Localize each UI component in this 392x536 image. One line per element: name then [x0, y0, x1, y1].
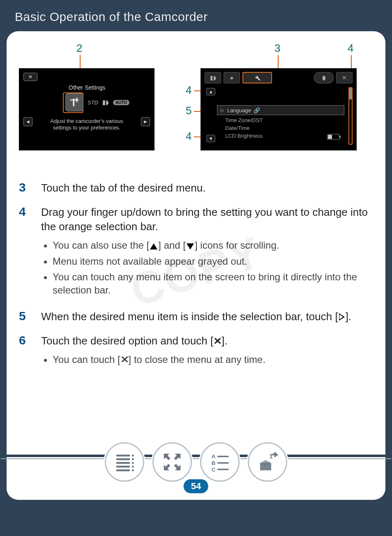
page-card: COPY 2 ✕ Other Settings STD ▮◗ AUTO Ad — [7, 31, 385, 500]
svg-text:B: B — [212, 460, 216, 466]
triangle-right-icon — [339, 313, 345, 321]
bullet-text: ] icons for scrolling. — [195, 240, 279, 251]
bullet: You can also use the [] and [] icons for… — [53, 239, 373, 252]
screen-description: Adjust the camcorder's various settings … — [44, 118, 129, 132]
selected-item-label: Language — [227, 107, 251, 113]
step-text: Drag your finger up/down to bring the se… — [41, 206, 368, 233]
link-icon: 🔗 — [254, 107, 260, 113]
menu-list: Time Zone/DST Date/Time LCD Brightness — [225, 117, 263, 140]
tools-icon — [65, 93, 83, 111]
svg-point-9 — [132, 469, 134, 471]
callout-4-scrollbar: 4 — [348, 42, 353, 55]
bullet-text: You can also use the [ — [53, 240, 149, 251]
selection-bar: ▷ Language 🔗 — [217, 105, 344, 115]
nav-buttons: ABC 1 — [7, 442, 385, 482]
list-item: LCD Brightness — [225, 132, 263, 140]
tab-wrench-active — [242, 72, 272, 83]
scrollbar-highlight — [348, 87, 353, 145]
svg-point-7 — [132, 462, 134, 464]
svg-text:A: A — [212, 453, 216, 460]
step-bullets: You can also use the [] and [] icons for… — [53, 239, 373, 297]
step-text: Touch the desired option and touch [ — [41, 335, 213, 347]
bullet-text: ] to close the menu at any time. — [129, 354, 266, 365]
auto-badge: AUTO — [113, 100, 129, 105]
bullet-text: You can touch [ — [53, 354, 120, 365]
callout-4-up: 4 — [186, 84, 191, 97]
page-number: 54 — [184, 479, 208, 493]
bottom-nav: ABC 1 54 — [7, 438, 385, 500]
list-icon — [113, 451, 136, 473]
step-number: 4 — [19, 205, 33, 300]
step-text: Touch the tab of the desired menu. — [41, 181, 205, 195]
callout-5: 5 — [186, 104, 191, 117]
tab-camera-icon: ▮◗ — [205, 72, 221, 83]
scrollbar-thumb — [349, 88, 352, 99]
step-bullets: You can touch [✕] to close the menu at a… — [53, 353, 265, 366]
tab-close-icon: ✕ — [336, 72, 353, 83]
back-button[interactable]: 1 — [248, 442, 287, 482]
bullet: You can touch [✕] to close the menu at a… — [53, 353, 265, 366]
mode-icons-row: STD ▮◗ AUTO — [65, 93, 129, 111]
step-text: ]. — [221, 335, 227, 347]
camera-icon: ▮◗ — [102, 99, 109, 106]
box-arrow-icon: 1 — [256, 451, 279, 473]
step-body: Drag your finger up/down to bring the se… — [41, 205, 373, 300]
tab-mic-icon: ● — [224, 72, 240, 83]
step-6: 6 Touch the desired option and touch [✕]… — [19, 334, 373, 369]
callout-3: 3 — [274, 42, 280, 55]
step-text: When the desired menu item is inside the… — [41, 310, 338, 323]
nav-right-icon: ► — [141, 117, 150, 126]
std-label: STD — [88, 99, 98, 106]
figure-right: 3 4 4 5 4 ▮◗ ● ⬮ ✕ — [188, 44, 373, 167]
triangle-down-icon — [187, 243, 194, 250]
figure-left: 2 ✕ Other Settings STD ▮◗ AUTO Adjust th… — [19, 44, 164, 167]
selection-arrow-icon: ▷ — [221, 108, 224, 113]
step-number: 6 — [19, 334, 33, 369]
svg-point-6 — [132, 458, 134, 460]
step-number: 3 — [19, 181, 33, 195]
callout-2: 2 — [76, 42, 82, 55]
close-icon: ✕ — [23, 73, 37, 81]
tab-pill-icon: ⬮ — [314, 72, 334, 83]
figures-row: 2 ✕ Other Settings STD ▮◗ AUTO Adjust th… — [19, 44, 373, 167]
x-icon: ✕ — [120, 353, 129, 366]
scroll-up-icon: ▲ — [206, 88, 215, 95]
svg-text:C: C — [212, 467, 216, 473]
battery-icon — [327, 134, 339, 140]
step-3: 3 Touch the tab of the desired menu. — [19, 181, 373, 195]
bullet: Menu items not available appear grayed o… — [53, 255, 373, 268]
scroll-down-icon: ▼ — [206, 135, 215, 142]
triangle-up-icon — [150, 243, 157, 250]
lcd-screenshot-right: ▮◗ ● ⬮ ✕ ▲ ▷ Language 🔗 Time Zone/DST — [201, 68, 357, 150]
svg-point-8 — [132, 466, 134, 468]
step-number: 5 — [19, 310, 33, 324]
callout-4-dn: 4 — [186, 130, 191, 143]
tab-spacer — [274, 72, 311, 83]
nav-left-icon: ◄ — [23, 117, 32, 126]
step-text: ]. — [346, 310, 351, 323]
lcd-screenshot-left: ✕ Other Settings STD ▮◗ AUTO Adjust the … — [19, 68, 154, 150]
step-body: Touch the desired option and touch [✕]. … — [41, 334, 265, 369]
fullscreen-button[interactable] — [152, 442, 192, 482]
x-icon: ✕ — [213, 335, 222, 348]
step-4: 4 Drag your finger up/down to bring the … — [19, 205, 373, 300]
page-title: Basic Operation of the Camcorder — [0, 0, 392, 31]
toc-button[interactable] — [105, 442, 144, 482]
abc-list-icon: ABC — [209, 451, 231, 473]
svg-point-5 — [132, 455, 134, 457]
list-item: Time Zone/DST — [225, 117, 263, 125]
step-5: 5 When the desired menu item is inside t… — [19, 310, 373, 324]
step-body: When the desired menu item is inside the… — [41, 310, 351, 324]
bullet: You can touch any menu item on the scree… — [53, 270, 373, 297]
expand-icon — [161, 451, 183, 473]
screen-title: Other Settings — [69, 84, 106, 91]
list-item: Date/Time — [225, 125, 263, 132]
tab-bar: ▮◗ ● ⬮ ✕ — [205, 71, 353, 85]
bullet-text: ] and [ — [158, 240, 186, 251]
steps-list: 3 Touch the tab of the desired menu. 4 D… — [19, 181, 373, 369]
index-button[interactable]: ABC — [200, 442, 240, 482]
